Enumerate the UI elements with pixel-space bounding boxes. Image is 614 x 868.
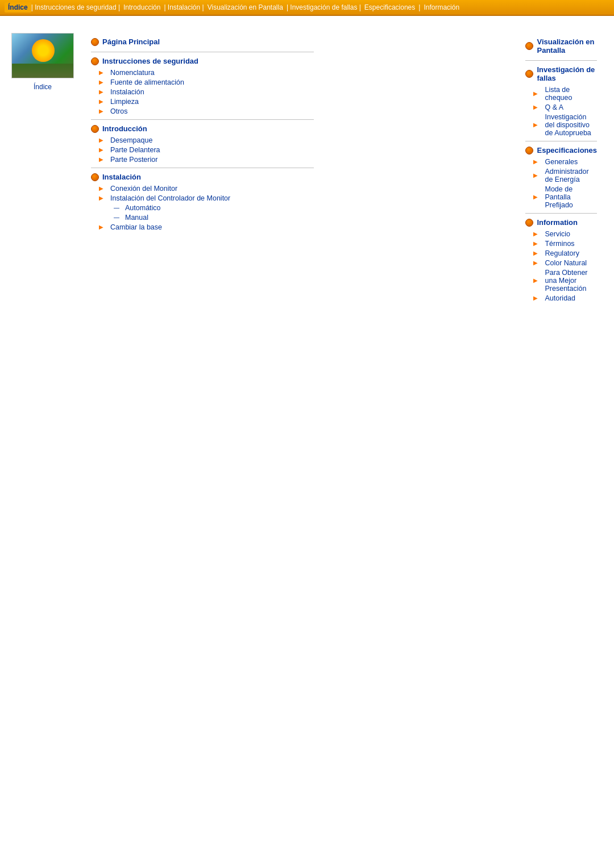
content-area: Página Principal Instrucciones de seguri… bbox=[80, 27, 608, 312]
item-nomenclatura[interactable]: Nomenclatura bbox=[91, 69, 314, 77]
arrow-icon-servicio bbox=[533, 230, 541, 238]
arrow-icon-lista-chequeo bbox=[533, 90, 541, 98]
right-column: Visualización en Pantalla Investigación … bbox=[525, 33, 597, 306]
arrow-icon-conexion bbox=[99, 185, 107, 193]
link-qa[interactable]: Q & A bbox=[545, 103, 563, 111]
item-limpieza[interactable]: Limpieza bbox=[91, 98, 314, 106]
arrow-icon-autoprueba bbox=[533, 121, 541, 129]
arrow-icon-generales bbox=[533, 158, 541, 166]
sidebar-label: Índice bbox=[34, 83, 52, 91]
dash-icon-automatico bbox=[114, 204, 122, 212]
item-terminos[interactable]: Términos bbox=[525, 240, 597, 248]
arrow-icon-color-natural bbox=[533, 259, 541, 267]
section-information: Information Servicio Términos Regul bbox=[525, 214, 597, 306]
link-instrucciones[interactable]: Instrucciones de seguridad bbox=[102, 57, 198, 65]
top-navigation: Índice | Instrucciones de seguridad | In… bbox=[0, 0, 614, 16]
arrow-icon-fuente bbox=[99, 78, 107, 86]
item-mejor-presentacion[interactable]: Para Obtener una Mejor Presentación bbox=[525, 269, 597, 293]
item-desempaque[interactable]: Desempaque bbox=[91, 136, 314, 144]
link-mode-pantalla[interactable]: Mode de Pantalla Prefijado bbox=[545, 185, 597, 209]
nav-especificaciones[interactable]: Especificaciones bbox=[361, 2, 418, 12]
link-lista-chequeo[interactable]: Lista de chequeo bbox=[545, 86, 597, 102]
column-divider bbox=[314, 33, 525, 306]
item-cambiar-base[interactable]: Cambiar la base bbox=[91, 223, 314, 231]
link-terminos[interactable]: Términos bbox=[545, 240, 574, 248]
item-parte-posterior[interactable]: Parte Posterior bbox=[91, 156, 314, 164]
link-visualizacion[interactable]: Visualización en Pantalla bbox=[537, 37, 597, 55]
link-parte-delantera[interactable]: Parte Delantera bbox=[110, 146, 160, 154]
section-title-instrucciones: Instrucciones de seguridad bbox=[91, 57, 314, 65]
link-information[interactable]: Information bbox=[537, 218, 578, 227]
section-title-information: Information bbox=[525, 218, 597, 227]
arrow-icon-terminos bbox=[533, 240, 541, 248]
arrow-icon-otros bbox=[99, 107, 107, 115]
section-title-visualizacion: Visualización en Pantalla bbox=[525, 37, 597, 55]
main-container: Índice Página Principal bbox=[0, 16, 614, 318]
item-servicio[interactable]: Servicio bbox=[525, 230, 597, 238]
item-autoprueba[interactable]: Investigación del dispositivo de Autopru… bbox=[525, 113, 597, 137]
section-title-instalacion: Instalación bbox=[91, 173, 314, 181]
item-fuente[interactable]: Fuente de alimentación bbox=[91, 78, 314, 86]
link-servicio[interactable]: Servicio bbox=[545, 230, 570, 238]
item-controlador[interactable]: Instalación del Controlador de Monitor bbox=[91, 194, 314, 202]
section-especificaciones: Especificaciones Generales Administrador… bbox=[525, 141, 597, 214]
section-visualizacion: Visualización en Pantalla bbox=[525, 33, 597, 61]
link-instalacion[interactable]: Instalación bbox=[102, 173, 141, 181]
item-mode-pantalla[interactable]: Mode de Pantalla Prefijado bbox=[525, 185, 597, 209]
item-instalacion-seg[interactable]: Instalación bbox=[91, 88, 314, 96]
left-column: Página Principal Instrucciones de seguri… bbox=[91, 33, 314, 306]
link-fuente[interactable]: Fuente de alimentación bbox=[110, 78, 184, 86]
nav-indice[interactable]: Índice bbox=[5, 2, 31, 12]
link-instalacion-seg[interactable]: Instalación bbox=[110, 88, 144, 96]
link-especificaciones[interactable]: Especificaciones bbox=[537, 146, 597, 155]
circle-icon-instrucciones bbox=[91, 57, 99, 65]
link-nomenclatura[interactable]: Nomenclatura bbox=[110, 69, 155, 77]
nav-informacion[interactable]: Información bbox=[420, 2, 463, 12]
section-instrucciones: Instrucciones de seguridad Nomenclatura … bbox=[91, 52, 314, 120]
link-admin-energia[interactable]: Administrador de Energía bbox=[545, 168, 597, 183]
link-automatico[interactable]: Automático bbox=[125, 204, 161, 212]
link-introduccion[interactable]: Introducción bbox=[102, 124, 147, 133]
arrow-icon-parte-delantera bbox=[99, 146, 107, 154]
arrow-icon-admin-energia bbox=[533, 172, 541, 180]
item-color-natural[interactable]: Color Natural bbox=[525, 259, 597, 267]
link-desempaque[interactable]: Desempaque bbox=[110, 136, 152, 144]
section-title-introduccion: Introducción bbox=[91, 124, 314, 133]
item-regulatory[interactable]: Regulatory bbox=[525, 249, 597, 257]
link-color-natural[interactable]: Color Natural bbox=[545, 259, 587, 267]
link-investigacion[interactable]: Investigación de fallas bbox=[537, 65, 597, 82]
link-parte-posterior[interactable]: Parte Posterior bbox=[110, 156, 157, 164]
link-pagina-principal[interactable]: Página Principal bbox=[102, 37, 160, 46]
arrow-icon-autoridad bbox=[533, 294, 541, 302]
item-otros[interactable]: Otros bbox=[91, 107, 314, 115]
item-manual[interactable]: Manual bbox=[91, 214, 314, 222]
link-controlador[interactable]: Instalación del Controlador de Monitor bbox=[110, 194, 230, 202]
item-admin-energia[interactable]: Administrador de Energía bbox=[525, 168, 597, 183]
item-autoridad[interactable]: Autoridad bbox=[525, 294, 597, 302]
nav-visualizacion[interactable]: Visualización en Pantalla bbox=[204, 2, 287, 12]
nav-sep-3: | Investigación de fallas | bbox=[287, 3, 361, 11]
circle-icon-instalacion bbox=[91, 173, 99, 181]
link-cambiar-base[interactable]: Cambiar la base bbox=[110, 223, 162, 231]
link-regulatory[interactable]: Regulatory bbox=[545, 249, 579, 257]
section-pagina-principal: Página Principal bbox=[91, 33, 314, 52]
nav-sep-2: | Instalación | bbox=[164, 3, 204, 11]
item-conexion[interactable]: Conexión del Monitor bbox=[91, 185, 314, 193]
item-qa[interactable]: Q & A bbox=[525, 103, 597, 111]
item-generales[interactable]: Generales bbox=[525, 158, 597, 166]
link-otros[interactable]: Otros bbox=[110, 107, 128, 115]
nav-introduccion[interactable]: Introducción bbox=[120, 2, 164, 12]
link-mejor-presentacion[interactable]: Para Obtener una Mejor Presentación bbox=[545, 269, 597, 293]
circle-icon-information bbox=[525, 219, 533, 227]
link-autoprueba[interactable]: Investigación del dispositivo de Autopru… bbox=[545, 113, 597, 137]
link-generales[interactable]: Generales bbox=[545, 158, 578, 166]
link-autoridad[interactable]: Autoridad bbox=[545, 294, 575, 302]
item-automatico[interactable]: Automático bbox=[91, 204, 314, 212]
link-manual[interactable]: Manual bbox=[125, 214, 148, 222]
item-lista-chequeo[interactable]: Lista de chequeo bbox=[525, 86, 597, 102]
circle-icon-investigacion bbox=[525, 70, 533, 78]
link-conexion[interactable]: Conexión del Monitor bbox=[110, 185, 177, 193]
item-parte-delantera[interactable]: Parte Delantera bbox=[91, 146, 314, 154]
link-limpieza[interactable]: Limpieza bbox=[110, 98, 139, 106]
nav-sep-1: | Instrucciones de seguridad | bbox=[31, 3, 120, 11]
